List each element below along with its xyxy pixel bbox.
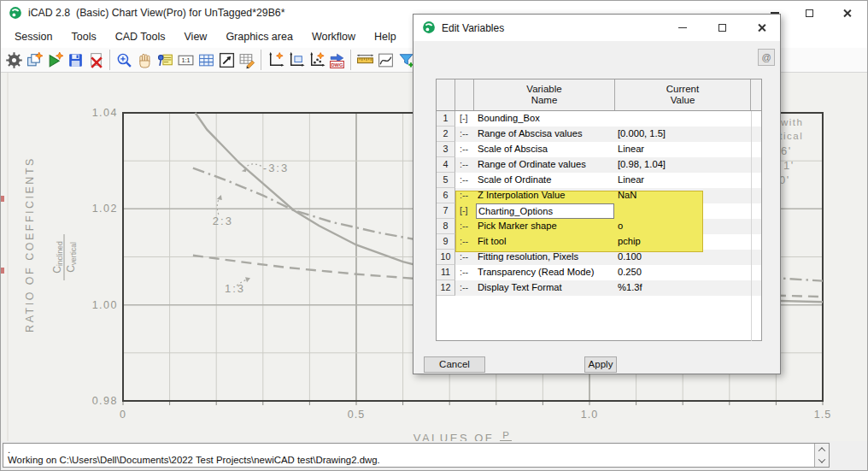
dialog-close-button[interactable] <box>742 15 782 41</box>
variable-name-cell[interactable]: Range of Ordinate values <box>476 157 614 173</box>
menu-session[interactable]: Session <box>8 27 59 46</box>
svg-text:with: with <box>780 117 803 127</box>
new-chart-icon[interactable] <box>265 50 285 70</box>
current-value-cell[interactable]: [0.000, 1.5] <box>618 127 751 142</box>
chevron-up-icon <box>818 447 825 454</box>
export-dwg-icon[interactable]: DWG <box>326 50 347 70</box>
collapse-toggle-icon[interactable]: [-] <box>460 111 475 127</box>
chevron-down-icon <box>818 456 825 463</box>
row-number[interactable]: 3 <box>437 142 455 157</box>
dialog-title-bar[interactable]: Edit Variables <box>413 15 780 41</box>
row-number[interactable]: 12 <box>437 280 455 296</box>
row-number[interactable]: 5 <box>437 173 455 188</box>
measure-ruler-icon[interactable] <box>355 50 375 70</box>
scroll-down-button[interactable] <box>815 456 829 468</box>
grid-toggle-icon[interactable] <box>196 50 216 70</box>
table-row[interactable]: 10:--Fitting resolution, Pixels0.100 <box>437 250 761 265</box>
current-value-cell[interactable]: NaN <box>618 188 751 203</box>
zoom-in-icon[interactable] <box>114 50 134 70</box>
table-row[interactable]: 2:--Range of Abscisa values[0.000, 1.5] <box>437 127 761 142</box>
current-value-cell[interactable]: 0.250 <box>618 265 751 280</box>
table-row[interactable]: 9:--Fit toolpchip <box>437 234 761 250</box>
app-window: iCAD 2.8 (Basic) Chart View(Pro) for UnT… <box>0 0 868 471</box>
variable-name-cell[interactable]: Display Text Format <box>476 280 614 296</box>
maximize-button[interactable] <box>790 1 829 25</box>
annotate-note-icon[interactable] <box>155 50 175 70</box>
row-number[interactable]: 11 <box>437 265 455 280</box>
variable-name-cell[interactable]: Scale of Ordinate <box>476 173 614 188</box>
row-number[interactable]: 9 <box>437 234 455 250</box>
svg-text:2:3: 2:3 <box>213 215 233 227</box>
delete-red-x-icon[interactable] <box>85 50 106 70</box>
row-number[interactable]: 10 <box>437 250 455 265</box>
dialog-minimize-button[interactable] <box>662 15 702 41</box>
pan-hand-icon[interactable] <box>134 50 155 70</box>
row-number[interactable]: 4 <box>437 157 455 173</box>
menu-help[interactable]: Help <box>367 27 403 46</box>
apply-button[interactable]: Apply <box>584 356 617 373</box>
svg-text:6': 6' <box>781 144 792 157</box>
chart-region-icon[interactable] <box>285 50 306 70</box>
menu-graphics-area[interactable]: Graphics area <box>219 27 300 46</box>
variable-name-cell[interactable]: Transparency (Read Mode) <box>476 265 614 280</box>
row-number[interactable]: 7 <box>437 203 455 219</box>
fit-extents-icon[interactable] <box>216 50 237 70</box>
dialog-maximize-button[interactable] <box>702 15 742 41</box>
menu-tools[interactable]: Tools <box>64 27 103 46</box>
header-value: Value <box>671 95 695 106</box>
variable-name-cell[interactable]: Pick Marker shape <box>476 219 614 234</box>
row-number[interactable]: 2 <box>437 127 455 142</box>
svg-text:0.98: 0.98 <box>92 395 118 407</box>
table-row[interactable]: 5:--Scale of OrdinateLinear <box>437 173 761 188</box>
close-button[interactable] <box>828 1 866 25</box>
save-icon[interactable] <box>65 50 85 70</box>
current-value-cell[interactable]: Linear <box>618 173 751 188</box>
table-row[interactable]: 6:--Z Interpolation ValueNaN <box>437 188 761 203</box>
current-value-cell[interactable] <box>618 111 751 127</box>
table-row[interactable]: 11:--Transparency (Read Mode)0.250 <box>437 265 761 280</box>
at-button[interactable]: @ <box>758 49 775 66</box>
copy-objects-icon[interactable] <box>24 50 44 70</box>
menu-workflow[interactable]: Workflow <box>305 27 362 46</box>
run-workflow-icon[interactable] <box>44 50 65 70</box>
svg-text:Cinclined: Cinclined <box>51 241 64 274</box>
edit-table-icon[interactable] <box>237 50 257 70</box>
row-number[interactable]: 6 <box>437 188 455 203</box>
row-number[interactable]: 8 <box>437 219 455 234</box>
current-value-cell[interactable]: 0.100 <box>618 250 751 265</box>
current-value-cell[interactable]: Linear <box>618 142 751 157</box>
collapse-toggle-icon[interactable]: [-] <box>460 203 475 219</box>
svg-text:1:3: 1:3 <box>225 282 245 295</box>
header-cell-prefix <box>455 79 474 110</box>
variable-name-cell[interactable]: Scale of Abscisa <box>476 142 614 157</box>
menu-view[interactable]: View <box>178 27 214 46</box>
variable-name-cell[interactable]: Bounding_Box <box>476 111 614 127</box>
current-value-cell[interactable] <box>618 203 751 219</box>
table-row[interactable]: 1[-]Bounding_Box <box>437 111 761 127</box>
table-row[interactable]: 7[-]Charting_Options <box>437 203 761 219</box>
variable-name-cell[interactable]: Fit tool <box>476 234 614 250</box>
table-row[interactable]: 8:--Pick Marker shapeo <box>437 219 761 234</box>
table-row[interactable]: 3:--Scale of AbscisaLinear <box>437 142 761 157</box>
current-value-cell[interactable]: [0.98, 1.04] <box>618 157 751 173</box>
variable-name-cell[interactable]: Z Interpolation Value <box>476 188 614 203</box>
variable-name-cell[interactable]: Range of Abscisa values <box>476 127 614 142</box>
svg-text:1': 1' <box>783 159 795 172</box>
table-row[interactable]: 4:--Range of Ordinate values[0.98, 1.04] <box>437 157 761 173</box>
table-row[interactable]: 12:--Display Text Format%1.3f <box>437 280 761 296</box>
variable-name-cell[interactable]: Charting_Options <box>476 203 614 219</box>
fit-curve-icon[interactable] <box>375 50 396 70</box>
settings-gear-icon[interactable] <box>3 50 24 70</box>
menu-cad-tools[interactable]: CAD Tools <box>108 27 173 46</box>
current-value-cell[interactable]: pchip <box>618 234 751 250</box>
variable-name-cell[interactable]: Fitting resolution, Pixels <box>476 250 614 265</box>
actual-size-1-1-icon[interactable]: 1:1 <box>175 50 196 70</box>
svg-text:1:1: 1:1 <box>181 56 190 64</box>
current-value-cell[interactable]: o <box>618 219 751 234</box>
scroll-up-button[interactable] <box>815 444 829 456</box>
chart-points-icon[interactable] <box>306 50 326 70</box>
row-number[interactable]: 1 <box>437 111 455 127</box>
current-value-cell[interactable]: %1.3f <box>618 280 751 296</box>
cancel-button[interactable]: Cancel <box>424 356 485 373</box>
table-rows: 1[-]Bounding_Box2:--Range of Abscisa val… <box>437 111 761 296</box>
